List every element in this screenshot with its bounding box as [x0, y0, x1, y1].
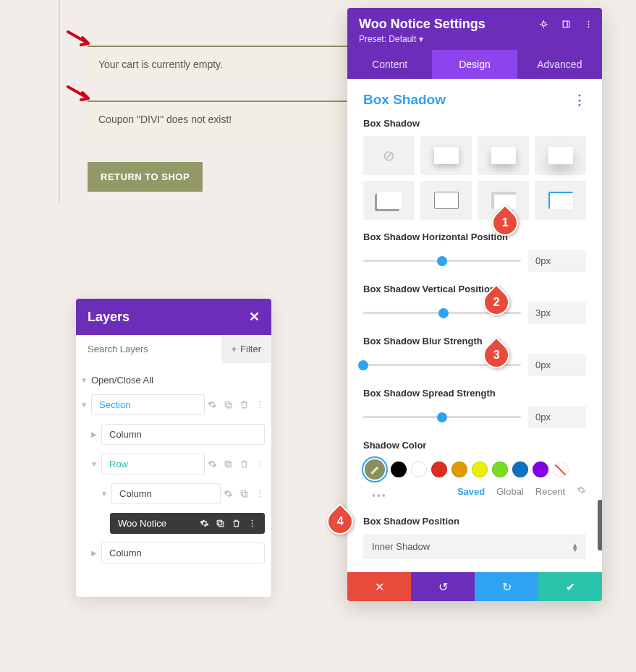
- color-tab-saved[interactable]: Saved: [457, 486, 485, 497]
- svg-point-23: [588, 21, 590, 22]
- layer-column[interactable]: ▼ Column: [80, 479, 268, 509]
- slider-thumb[interactable]: [437, 256, 447, 266]
- color-tab-global[interactable]: Global: [496, 486, 524, 497]
- layer-column[interactable]: ▶ Column: [80, 420, 268, 449]
- section-more-icon[interactable]: ⋮: [573, 92, 586, 108]
- return-to-shop-button[interactable]: RETURN TO SHOP: [88, 162, 203, 192]
- gear-icon[interactable]: [577, 485, 586, 497]
- layer-column[interactable]: ▶ Column: [80, 538, 268, 568]
- gear-icon[interactable]: [224, 489, 233, 498]
- svg-rect-11: [241, 490, 246, 496]
- snap-icon[interactable]: [539, 20, 548, 29]
- shadow-preset-6[interactable]: [478, 181, 529, 220]
- save-button[interactable]: ✔: [538, 572, 602, 601]
- color-swatch-red[interactable]: [431, 462, 447, 477]
- tab-content[interactable]: Content: [347, 50, 432, 79]
- color-swatch-yellow[interactable]: [472, 462, 488, 477]
- preset-dropdown[interactable]: Preset: Default ▾: [359, 34, 590, 44]
- section-title[interactable]: Box Shadow: [363, 92, 446, 108]
- horiz-slider[interactable]: [363, 260, 521, 262]
- vert-label: Box Shadow Vertical Position: [363, 284, 586, 294]
- slider-thumb[interactable]: [358, 360, 368, 370]
- shadow-preset-none[interactable]: ⊘: [363, 136, 415, 175]
- shadow-preset-3[interactable]: [535, 136, 586, 175]
- tab-advanced[interactable]: Advanced: [517, 50, 602, 79]
- layers-searchbar: +Filter: [76, 335, 271, 363]
- color-swatch-black[interactable]: [391, 462, 407, 477]
- gear-icon[interactable]: [208, 400, 217, 409]
- shadow-preset-grid: ⊘: [363, 136, 586, 220]
- duplicate-icon[interactable]: [224, 459, 233, 469]
- horiz-value-input[interactable]: 0px: [528, 250, 586, 272]
- color-swatch-none[interactable]: [553, 462, 569, 477]
- layer-row[interactable]: ▼ Row: [80, 449, 268, 479]
- scrollbar[interactable]: [598, 500, 602, 550]
- shadow-preset-7[interactable]: [535, 181, 586, 220]
- trash-icon[interactable]: [239, 459, 249, 469]
- svg-rect-20: [542, 22, 545, 25]
- svg-point-7: [260, 461, 261, 462]
- layers-header: Layers ✕: [76, 299, 271, 335]
- caret-right-icon[interactable]: ▶: [90, 430, 98, 438]
- color-tab-recent[interactable]: Recent: [535, 486, 565, 497]
- color-swatch-active[interactable]: [363, 458, 386, 481]
- cancel-button[interactable]: ✕: [347, 572, 411, 601]
- more-icon[interactable]: [247, 519, 257, 528]
- filter-button[interactable]: +Filter: [221, 335, 271, 363]
- trash-icon[interactable]: [239, 400, 249, 409]
- svg-point-17: [252, 520, 253, 522]
- caret-down-icon[interactable]: ▼: [100, 490, 109, 498]
- duplicate-icon[interactable]: [224, 400, 233, 409]
- shadow-preset-2[interactable]: [478, 136, 529, 175]
- svg-rect-10: [242, 492, 247, 497]
- gear-icon[interactable]: [208, 459, 217, 469]
- vert-slider[interactable]: [363, 312, 521, 314]
- color-swatch-blue[interactable]: [512, 462, 528, 477]
- slider-thumb[interactable]: [438, 308, 449, 318]
- tab-design[interactable]: Design: [432, 50, 517, 79]
- position-select[interactable]: Inner Shadow ▴▾: [363, 534, 586, 559]
- spread-slider[interactable]: [363, 416, 521, 418]
- more-icon[interactable]: [255, 459, 265, 469]
- search-layers-input[interactable]: [76, 335, 221, 363]
- close-icon[interactable]: ✕: [249, 309, 260, 325]
- color-swatch-white[interactable]: [411, 462, 427, 477]
- settings-panel: Woo Notice Settings Preset: Default ▾ Co…: [347, 8, 602, 601]
- svg-point-9: [260, 466, 261, 467]
- layer-section[interactable]: ▼ Section: [80, 390, 268, 420]
- shadow-preset-5[interactable]: [420, 181, 472, 220]
- page-divider: [59, 0, 60, 203]
- vert-value-input[interactable]: 3px: [528, 302, 586, 324]
- color-swatch-green[interactable]: [492, 462, 508, 477]
- svg-point-12: [260, 490, 261, 492]
- shadow-preset-1[interactable]: [420, 136, 472, 175]
- svg-rect-21: [563, 21, 569, 27]
- caret-right-icon[interactable]: ▶: [90, 549, 98, 557]
- spread-value-input[interactable]: 0px: [528, 406, 586, 428]
- undo-button[interactable]: ↺: [411, 572, 475, 601]
- duplicate-icon[interactable]: [216, 519, 225, 528]
- redo-button[interactable]: ↻: [475, 572, 538, 601]
- caret-down-icon[interactable]: ▼: [80, 401, 88, 409]
- gear-icon[interactable]: [200, 519, 209, 528]
- blur-slider[interactable]: [363, 364, 521, 366]
- settings-footer: ✕ ↺ ↻ ✔: [347, 572, 602, 601]
- svg-point-24: [588, 24, 590, 25]
- shadow-preset-4[interactable]: [363, 181, 415, 220]
- layer-woo-notice[interactable]: Woo Notice: [80, 509, 268, 538]
- svg-point-8: [260, 464, 261, 465]
- more-icon[interactable]: [255, 489, 265, 498]
- color-swatch-purple[interactable]: [533, 462, 548, 477]
- svg-point-13: [260, 493, 261, 495]
- color-swatch-orange[interactable]: [451, 462, 467, 477]
- open-close-all[interactable]: ▼ Open/Close All: [80, 370, 268, 390]
- blur-value-input[interactable]: 0px: [528, 354, 586, 376]
- slider-thumb[interactable]: [437, 412, 447, 422]
- trash-icon[interactable]: [232, 519, 241, 528]
- expand-icon[interactable]: [561, 20, 571, 29]
- duplicate-icon[interactable]: [239, 489, 249, 498]
- caret-down-icon[interactable]: ▼: [90, 460, 98, 468]
- more-colors-icon[interactable]: •••: [372, 490, 387, 501]
- more-icon[interactable]: [584, 20, 593, 29]
- more-icon[interactable]: [255, 400, 265, 409]
